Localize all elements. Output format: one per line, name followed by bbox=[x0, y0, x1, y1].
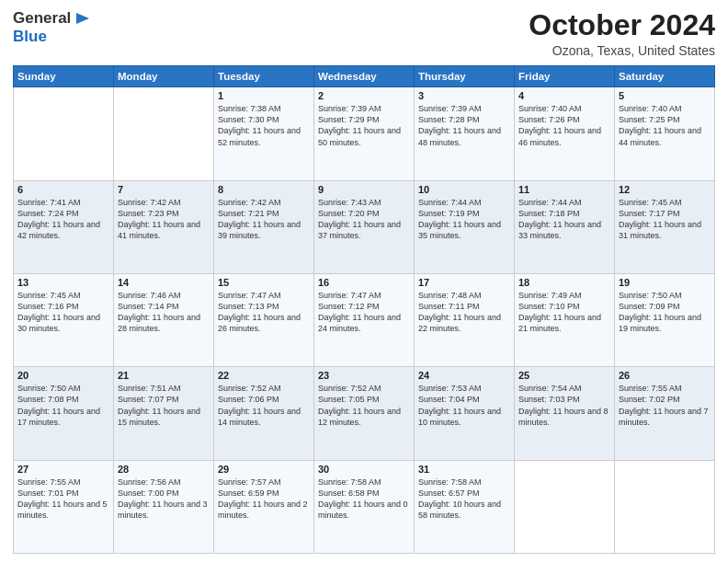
day-cell: 11Sunrise: 7:44 AM Sunset: 7:18 PM Dayli… bbox=[515, 180, 615, 273]
day-cell: 21Sunrise: 7:51 AM Sunset: 7:07 PM Dayli… bbox=[114, 367, 214, 460]
col-header-saturday: Saturday bbox=[615, 66, 715, 87]
day-number: 25 bbox=[518, 370, 610, 381]
day-info: Sunrise: 7:58 AM Sunset: 6:58 PM Dayligh… bbox=[318, 477, 410, 522]
day-info: Sunrise: 7:38 AM Sunset: 7:30 PM Dayligh… bbox=[218, 103, 310, 148]
col-header-tuesday: Tuesday bbox=[214, 66, 314, 87]
day-cell: 28Sunrise: 7:56 AM Sunset: 7:00 PM Dayli… bbox=[114, 460, 214, 553]
day-info: Sunrise: 7:52 AM Sunset: 7:06 PM Dayligh… bbox=[218, 383, 310, 428]
day-cell: 16Sunrise: 7:47 AM Sunset: 7:12 PM Dayli… bbox=[314, 273, 415, 366]
month-title: October 2024 bbox=[529, 9, 715, 41]
day-info: Sunrise: 7:45 AM Sunset: 7:17 PM Dayligh… bbox=[619, 197, 711, 242]
day-number: 7 bbox=[118, 184, 210, 195]
day-info: Sunrise: 7:44 AM Sunset: 7:19 PM Dayligh… bbox=[418, 197, 510, 242]
day-info: Sunrise: 7:54 AM Sunset: 7:03 PM Dayligh… bbox=[518, 383, 610, 428]
day-cell: 27Sunrise: 7:55 AM Sunset: 7:01 PM Dayli… bbox=[14, 460, 114, 553]
day-number: 4 bbox=[518, 90, 610, 101]
day-info: Sunrise: 7:42 AM Sunset: 7:21 PM Dayligh… bbox=[218, 197, 310, 242]
day-number: 6 bbox=[17, 184, 109, 195]
day-number: 28 bbox=[118, 464, 210, 475]
day-cell: 15Sunrise: 7:47 AM Sunset: 7:13 PM Dayli… bbox=[214, 273, 314, 366]
day-number: 26 bbox=[619, 370, 711, 381]
day-info: Sunrise: 7:58 AM Sunset: 6:57 PM Dayligh… bbox=[418, 477, 510, 522]
day-cell: 30Sunrise: 7:58 AM Sunset: 6:58 PM Dayli… bbox=[314, 460, 415, 553]
day-cell: 1Sunrise: 7:38 AM Sunset: 7:30 PM Daylig… bbox=[214, 87, 314, 180]
header-row: SundayMondayTuesdayWednesdayThursdayFrid… bbox=[14, 66, 715, 87]
day-info: Sunrise: 7:50 AM Sunset: 7:08 PM Dayligh… bbox=[17, 383, 109, 428]
day-cell: 5Sunrise: 7:40 AM Sunset: 7:25 PM Daylig… bbox=[615, 87, 715, 180]
day-number: 21 bbox=[118, 370, 210, 381]
day-info: Sunrise: 7:50 AM Sunset: 7:09 PM Dayligh… bbox=[619, 290, 711, 335]
day-number: 19 bbox=[619, 277, 711, 288]
day-number: 20 bbox=[17, 370, 109, 381]
col-header-wednesday: Wednesday bbox=[314, 66, 415, 87]
day-info: Sunrise: 7:46 AM Sunset: 7:14 PM Dayligh… bbox=[118, 290, 210, 335]
location-subtitle: Ozona, Texas, United States bbox=[529, 43, 715, 58]
day-info: Sunrise: 7:45 AM Sunset: 7:16 PM Dayligh… bbox=[17, 290, 109, 335]
day-cell: 31Sunrise: 7:58 AM Sunset: 6:57 PM Dayli… bbox=[415, 460, 515, 553]
col-header-friday: Friday bbox=[515, 66, 615, 87]
day-info: Sunrise: 7:53 AM Sunset: 7:04 PM Dayligh… bbox=[418, 383, 510, 428]
day-info: Sunrise: 7:55 AM Sunset: 7:02 PM Dayligh… bbox=[619, 383, 711, 428]
day-number: 16 bbox=[318, 277, 410, 288]
day-info: Sunrise: 7:57 AM Sunset: 6:59 PM Dayligh… bbox=[218, 477, 310, 522]
day-number: 29 bbox=[218, 464, 310, 475]
day-info: Sunrise: 7:47 AM Sunset: 7:12 PM Dayligh… bbox=[318, 290, 410, 335]
day-number: 5 bbox=[619, 90, 711, 101]
day-cell: 22Sunrise: 7:52 AM Sunset: 7:06 PM Dayli… bbox=[214, 367, 314, 460]
col-header-thursday: Thursday bbox=[415, 66, 515, 87]
page: General Blue October 2024 Ozona, Texas, … bbox=[0, 0, 728, 563]
day-info: Sunrise: 7:51 AM Sunset: 7:07 PM Dayligh… bbox=[118, 383, 210, 428]
day-number: 31 bbox=[418, 464, 510, 475]
svg-marker-0 bbox=[76, 13, 89, 24]
day-number: 11 bbox=[518, 184, 610, 195]
day-cell: 25Sunrise: 7:54 AM Sunset: 7:03 PM Dayli… bbox=[515, 367, 615, 460]
logo: General Blue bbox=[13, 9, 95, 47]
day-cell: 24Sunrise: 7:53 AM Sunset: 7:04 PM Dayli… bbox=[415, 367, 515, 460]
day-info: Sunrise: 7:52 AM Sunset: 7:05 PM Dayligh… bbox=[318, 383, 410, 428]
day-number: 2 bbox=[318, 90, 410, 101]
day-info: Sunrise: 7:55 AM Sunset: 7:01 PM Dayligh… bbox=[17, 477, 109, 522]
day-info: Sunrise: 7:42 AM Sunset: 7:23 PM Dayligh… bbox=[118, 197, 210, 242]
day-number: 24 bbox=[418, 370, 510, 381]
day-cell: 8Sunrise: 7:42 AM Sunset: 7:21 PM Daylig… bbox=[214, 180, 314, 273]
day-number: 17 bbox=[418, 277, 510, 288]
day-cell bbox=[515, 460, 615, 553]
day-cell: 17Sunrise: 7:48 AM Sunset: 7:11 PM Dayli… bbox=[415, 273, 515, 366]
day-info: Sunrise: 7:56 AM Sunset: 7:00 PM Dayligh… bbox=[118, 477, 210, 522]
day-cell: 13Sunrise: 7:45 AM Sunset: 7:16 PM Dayli… bbox=[14, 273, 114, 366]
day-info: Sunrise: 7:48 AM Sunset: 7:11 PM Dayligh… bbox=[418, 290, 510, 335]
day-number: 12 bbox=[619, 184, 711, 195]
day-cell bbox=[114, 87, 214, 180]
day-cell: 10Sunrise: 7:44 AM Sunset: 7:19 PM Dayli… bbox=[415, 180, 515, 273]
day-number: 23 bbox=[318, 370, 410, 381]
day-number: 14 bbox=[118, 277, 210, 288]
day-cell: 9Sunrise: 7:43 AM Sunset: 7:20 PM Daylig… bbox=[314, 180, 415, 273]
day-info: Sunrise: 7:39 AM Sunset: 7:29 PM Dayligh… bbox=[318, 103, 410, 148]
day-cell: 19Sunrise: 7:50 AM Sunset: 7:09 PM Dayli… bbox=[615, 273, 715, 366]
day-number: 10 bbox=[418, 184, 510, 195]
day-cell: 29Sunrise: 7:57 AM Sunset: 6:59 PM Dayli… bbox=[214, 460, 314, 553]
day-info: Sunrise: 7:43 AM Sunset: 7:20 PM Dayligh… bbox=[318, 197, 410, 242]
day-cell: 4Sunrise: 7:40 AM Sunset: 7:26 PM Daylig… bbox=[515, 87, 615, 180]
day-number: 13 bbox=[17, 277, 109, 288]
day-info: Sunrise: 7:49 AM Sunset: 7:10 PM Dayligh… bbox=[518, 290, 610, 335]
week-row-3: 13Sunrise: 7:45 AM Sunset: 7:16 PM Dayli… bbox=[14, 273, 715, 366]
day-cell bbox=[14, 87, 114, 180]
day-number: 9 bbox=[318, 184, 410, 195]
day-number: 30 bbox=[318, 464, 410, 475]
day-cell: 14Sunrise: 7:46 AM Sunset: 7:14 PM Dayli… bbox=[114, 273, 214, 366]
day-cell: 3Sunrise: 7:39 AM Sunset: 7:28 PM Daylig… bbox=[415, 87, 515, 180]
calendar-table: SundayMondayTuesdayWednesdayThursdayFrid… bbox=[13, 65, 715, 554]
day-info: Sunrise: 7:44 AM Sunset: 7:18 PM Dayligh… bbox=[518, 197, 610, 242]
day-cell: 2Sunrise: 7:39 AM Sunset: 7:29 PM Daylig… bbox=[314, 87, 415, 180]
day-number: 8 bbox=[218, 184, 310, 195]
day-number: 18 bbox=[518, 277, 610, 288]
day-info: Sunrise: 7:41 AM Sunset: 7:24 PM Dayligh… bbox=[17, 197, 109, 242]
day-cell: 7Sunrise: 7:42 AM Sunset: 7:23 PM Daylig… bbox=[114, 180, 214, 273]
week-row-1: 1Sunrise: 7:38 AM Sunset: 7:30 PM Daylig… bbox=[14, 87, 715, 180]
day-cell bbox=[615, 460, 715, 553]
day-cell: 20Sunrise: 7:50 AM Sunset: 7:08 PM Dayli… bbox=[14, 367, 114, 460]
day-number: 27 bbox=[17, 464, 109, 475]
week-row-2: 6Sunrise: 7:41 AM Sunset: 7:24 PM Daylig… bbox=[14, 180, 715, 273]
day-number: 1 bbox=[218, 90, 310, 101]
